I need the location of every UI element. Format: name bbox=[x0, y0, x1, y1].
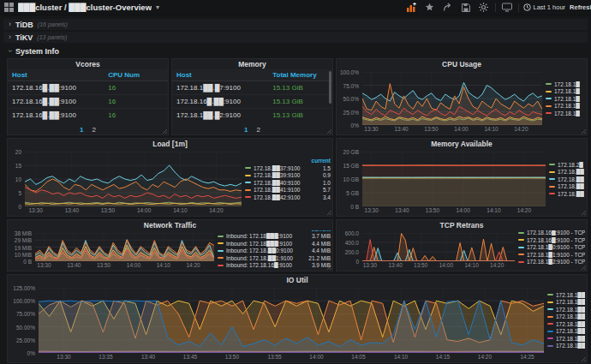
add-panel-button[interactable] bbox=[405, 2, 419, 14]
legend-item[interactable]: 172.18.1█ bbox=[546, 81, 585, 88]
legend-item[interactable]: 172.18.1██ bbox=[547, 320, 585, 328]
y-axis-tick: 0% bbox=[8, 350, 35, 356]
panel-title[interactable]: TCP Retrans bbox=[337, 220, 587, 230]
legend-item[interactable]: 172.18.██ bbox=[549, 176, 585, 183]
legend-item[interactable]: 172.18.██37:91001.5 bbox=[245, 164, 331, 172]
series-color-dash bbox=[245, 167, 251, 169]
legend-item[interactable]: 172.18.██ bbox=[549, 168, 585, 176]
legend-item[interactable]: 172.18.1██ bbox=[547, 328, 585, 336]
legend-item[interactable]: 172.18.1██ bbox=[547, 299, 585, 307]
panel-title[interactable]: Vcores bbox=[8, 59, 168, 69]
legend-item[interactable]: 172.18.16█:9100 - TCPSlo bbox=[518, 230, 585, 236]
legend-item[interactable]: 172.18.1█2:9100 - TCPSlo bbox=[518, 258, 585, 266]
series-name: 172.18.1██ bbox=[556, 328, 585, 334]
legend-item[interactable]: 172.18.1█ bbox=[546, 87, 585, 95]
series-name: 172.18.1██ bbox=[556, 307, 585, 313]
cycle-view-mode-button[interactable] bbox=[500, 2, 514, 14]
legend-item[interactable]: Inbound: 172.18.██0:91004.4 MiB bbox=[218, 248, 331, 255]
legend-item[interactable]: Inbound: 172.18.██1:910021.2 MiB bbox=[218, 254, 331, 262]
host-cell: 172.18.16█.██:9100 bbox=[172, 95, 268, 109]
dashboard-grid-icon[interactable] bbox=[4, 3, 14, 12]
plot-area[interactable]: 0200.0400.0600.013:3013:4013:5014:0014:1… bbox=[362, 233, 515, 261]
row-header-system-info[interactable]: › System Info bbox=[3, 45, 588, 57]
panel-title[interactable]: IO Util bbox=[8, 275, 587, 285]
legend-current-header[interactable]: current bbox=[308, 230, 331, 232]
series-name: 172.18.██37:9100 bbox=[254, 165, 317, 171]
series-color-dash bbox=[218, 236, 224, 237]
plot-area[interactable]: 0%25.00%50.00%75.00%100.00%125.00%13:301… bbox=[39, 288, 544, 353]
y-axis-tick: 38 MiB bbox=[8, 230, 32, 236]
share-button[interactable] bbox=[441, 2, 455, 14]
row-header-tikv[interactable]: › TiKV (13 panels) bbox=[3, 32, 588, 43]
legend-item[interactable]: 172.18.1█ bbox=[546, 102, 585, 110]
legend-current-header[interactable]: current bbox=[308, 158, 331, 164]
plot-area[interactable]: 0 B10 MiB19 MiB29 MiB38 MiB13:3013:4013:… bbox=[35, 233, 214, 261]
page-1[interactable]: 1 bbox=[80, 126, 83, 134]
series-name: 172.18.██ bbox=[558, 176, 584, 182]
legend-item[interactable]: 172.18.1██ bbox=[547, 343, 585, 350]
x-axis-tick: 13:50 bbox=[225, 354, 239, 360]
series-current-value: 1.0 bbox=[319, 180, 331, 186]
panel-io-util: IO Util 0%25.00%50.00%75.00%100.00%125.0… bbox=[7, 274, 588, 363]
table-row: 172.18.16█.██:910016 bbox=[8, 109, 168, 122]
panel-load-1m: Load [1m] 0510152013:3013:4013:5014:0014… bbox=[7, 138, 333, 217]
legend-item[interactable]: 172.18.2█ bbox=[549, 161, 585, 169]
panel-title[interactable]: Load [1m] bbox=[8, 139, 332, 149]
plot-area[interactable]: 0510152013:3013:4013:5014:0014:1014:20 bbox=[25, 152, 242, 206]
legend-item[interactable]: Inbound: 172.18.16█:91003.9 MiB bbox=[218, 262, 331, 270]
legend-item[interactable]: 172.18.1█1:9100 - TCPSlo bbox=[518, 251, 585, 259]
panel-title[interactable]: CPU Usage bbox=[337, 59, 587, 69]
legend-item[interactable]: 172.18.1█0:9100 - TCPSlo bbox=[518, 243, 585, 251]
table-row: 172.18.16█.██:910016 bbox=[8, 95, 168, 109]
column-header-host[interactable]: Host bbox=[172, 69, 268, 81]
save-button[interactable] bbox=[459, 2, 473, 14]
graph-body: 0%25.0%50.0%75.0%100.0%13:3013:4013:5014… bbox=[337, 69, 587, 134]
series-color-dash bbox=[549, 186, 555, 188]
panel-title[interactable]: Network Traffic bbox=[8, 220, 332, 230]
legend-item[interactable]: 172.18.██ bbox=[549, 182, 585, 190]
legend-item[interactable]: Inbound: 172.18███:91004.4 MiB bbox=[218, 240, 331, 248]
plot-area[interactable]: 0 B5 GB10 GB15 GB20 GB13:3013:4013:5014:… bbox=[362, 152, 546, 206]
legend-item[interactable]: 172.18.1██ bbox=[547, 291, 585, 299]
row-panel-count: (13 panels) bbox=[37, 34, 67, 40]
scrollbar[interactable] bbox=[329, 71, 331, 104]
star-icon bbox=[425, 3, 434, 12]
panel-title[interactable]: Memory bbox=[172, 59, 332, 69]
star-button[interactable] bbox=[423, 2, 437, 14]
plot-area[interactable]: 0%25.0%50.0%75.0%100.0%13:3013:4013:5014… bbox=[362, 72, 542, 125]
legend-item[interactable]: 172.18.1█ bbox=[546, 95, 585, 103]
value-cell: 16 bbox=[104, 109, 168, 122]
legend-item[interactable]: 172.18.██41:91005.7 bbox=[245, 187, 331, 194]
page-1[interactable]: 1 bbox=[244, 126, 248, 134]
dashboard-title[interactable]: ███cluster / ███cluster-Overview bbox=[18, 3, 152, 12]
legend-item[interactable]: 172.18.1█ bbox=[546, 110, 585, 117]
column-header-cpu-num[interactable]: CPU Num bbox=[104, 69, 168, 81]
x-axis-tick: 14:10 bbox=[464, 262, 478, 268]
row-header-tidb[interactable]: › TiDB (16 panels) bbox=[3, 19, 588, 30]
settings-button[interactable] bbox=[477, 2, 491, 14]
legend-item[interactable]: 172.18.██ bbox=[549, 190, 585, 198]
y-axis-tick: 100.00% bbox=[8, 298, 35, 304]
legend-item[interactable]: 172.18.1██ bbox=[547, 335, 585, 343]
legend-item[interactable]: 172.18.16█:9100 - TCPSlo bbox=[518, 236, 585, 244]
legend-item[interactable]: Inbound: 172.18███:91003.7 MiB bbox=[218, 233, 331, 241]
chevron-down-icon: › bbox=[6, 50, 14, 52]
share-icon bbox=[443, 3, 452, 12]
legend-item[interactable]: 172.18.1██ bbox=[547, 313, 585, 321]
panel-title[interactable]: Memory Available bbox=[337, 139, 587, 149]
legend-item[interactable]: 172.18.1██ bbox=[547, 306, 585, 313]
time-range-picker[interactable]: Last 1 hour bbox=[523, 3, 566, 11]
page-2[interactable]: 2 bbox=[257, 126, 260, 134]
refresh-picker[interactable]: Refresh bbox=[570, 3, 591, 11]
x-axis-tick: 13:50 bbox=[97, 262, 110, 268]
column-header-host[interactable]: Host bbox=[8, 69, 104, 81]
column-header-total-memory[interactable]: Total Memory bbox=[268, 69, 332, 81]
add-panel-icon bbox=[407, 3, 416, 12]
series-name: 172.18.██40:9100 bbox=[254, 180, 317, 186]
legend-item[interactable]: 172.18.██39:91000.9 bbox=[245, 172, 331, 180]
legend-item[interactable]: 172.18.██40:91001.0 bbox=[245, 179, 331, 187]
legend-item[interactable]: 172.18.██42:91003.4 bbox=[245, 194, 331, 201]
page-2[interactable]: 2 bbox=[93, 126, 96, 134]
series-color-dash bbox=[218, 250, 224, 252]
chevron-down-icon[interactable]: ▾ bbox=[156, 3, 159, 11]
